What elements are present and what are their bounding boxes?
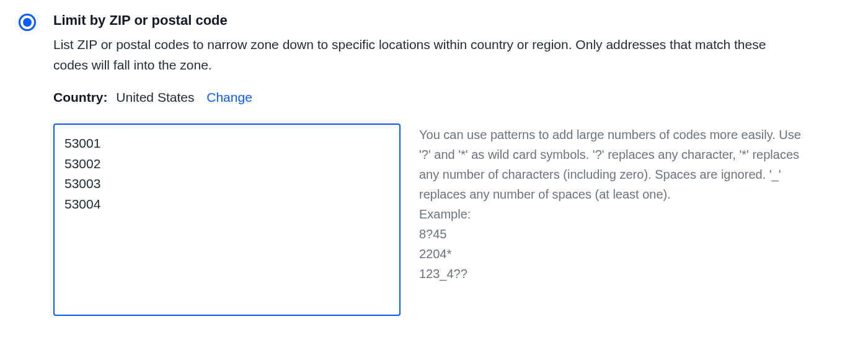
codes-section: You can use patterns to add large number… bbox=[53, 124, 849, 316]
country-label: Country: bbox=[53, 90, 108, 104]
limit-by-zip-radio[interactable] bbox=[19, 14, 36, 31]
country-value: United States bbox=[116, 90, 194, 104]
zip-codes-textarea[interactable] bbox=[53, 124, 401, 316]
option-description: List ZIP or postal codes to narrow zone … bbox=[53, 35, 797, 75]
radio-selected-icon bbox=[23, 18, 32, 27]
option-content: Limit by ZIP or postal code List ZIP or … bbox=[53, 12, 849, 316]
option-title: Limit by ZIP or postal code bbox=[53, 12, 849, 29]
help-text-block: You can use patterns to add large number… bbox=[419, 124, 804, 284]
example-3: 123_4?? bbox=[419, 264, 804, 284]
example-2: 2204* bbox=[419, 244, 804, 264]
country-line: Country: United States Change bbox=[53, 90, 849, 105]
example-1: 8?45 bbox=[419, 224, 804, 244]
help-description: You can use patterns to add large number… bbox=[419, 125, 804, 204]
limit-by-zip-option: Limit by ZIP or postal code List ZIP or … bbox=[19, 12, 849, 316]
example-label: Example: bbox=[419, 204, 804, 224]
change-country-link[interactable]: Change bbox=[206, 90, 252, 104]
